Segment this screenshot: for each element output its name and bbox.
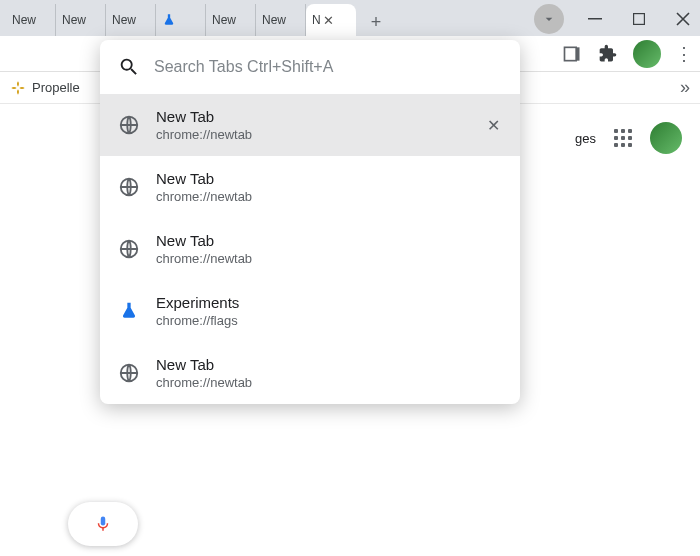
tab-search-item[interactable]: Experiments chrome://flags [100,280,520,342]
item-texts: New Tab chrome://newtab [156,170,502,204]
minimize-icon [588,12,602,26]
item-url: chrome://newtab [156,127,468,142]
tab-search-popup: New Tab chrome://newtab ✕ New Tab chrome… [100,40,520,404]
tab-search-row [100,40,520,94]
minimize-button[interactable] [582,6,608,32]
tab-label: N [312,13,321,27]
account-avatar[interactable] [650,122,682,154]
tab-search-list: New Tab chrome://newtab ✕ New Tab chrome… [100,94,520,404]
bookmark-label: Propelle [32,80,80,95]
kebab-menu-icon[interactable]: ⋮ [675,43,692,65]
svg-rect-3 [576,47,579,60]
item-url: chrome://newtab [156,375,502,390]
tab-label: New [112,13,136,27]
tab-label: New [62,13,86,27]
plus-icon: + [371,12,382,33]
svg-rect-0 [588,18,602,20]
flask-icon [118,300,140,322]
item-texts: Experiments chrome://flags [156,294,502,328]
apps-grid-icon[interactable] [614,129,632,147]
tab-5[interactable]: New [256,4,306,36]
reading-list-icon[interactable] [561,43,583,65]
item-url: chrome://newtab [156,251,502,266]
globe-icon [118,114,140,136]
tab-search-item[interactable]: New Tab chrome://newtab [100,156,520,218]
item-texts: New Tab chrome://newtab [156,232,502,266]
item-url: chrome://newtab [156,189,502,204]
globe-icon [118,238,140,260]
tab-0[interactable]: New [6,4,56,36]
tab-2[interactable]: New [106,4,156,36]
item-title: New Tab [156,232,502,249]
tab-search-input[interactable] [154,58,502,76]
item-title: New Tab [156,356,502,373]
close-icon[interactable]: ✕ [323,13,334,28]
window-controls [534,4,696,34]
profile-avatar[interactable] [633,40,661,68]
globe-icon [118,362,140,384]
close-icon [676,12,690,26]
close-window-button[interactable] [670,6,696,32]
tab-4[interactable]: New [206,4,256,36]
item-texts: New Tab chrome://newtab [156,356,502,390]
tab-search-item[interactable]: New Tab chrome://newtab [100,342,520,404]
svg-rect-1 [634,14,645,25]
item-title: Experiments [156,294,502,311]
item-title: New Tab [156,108,468,125]
bookmark-item[interactable]: Propelle [10,80,80,96]
tab-6-active[interactable]: N ✕ [306,4,356,36]
item-url: chrome://flags [156,313,502,328]
chevron-down-icon [541,11,557,27]
extensions-icon[interactable] [597,43,619,65]
item-title: New Tab [156,170,502,187]
tab-label: New [212,13,236,27]
globe-icon [118,176,140,198]
tab-3[interactable] [156,4,206,36]
tab-search-item[interactable]: New Tab chrome://newtab ✕ [100,94,520,156]
maximize-icon [633,13,645,25]
close-tab-icon[interactable]: ✕ [484,116,502,134]
tab-label: New [12,13,36,27]
tab-strip: New New New New New N ✕ + [0,2,390,36]
tab-label: New [262,13,286,27]
tab-1[interactable]: New [56,4,106,36]
tab-search-chevron[interactable] [534,4,564,34]
bookmark-overflow-icon[interactable]: » [680,77,690,98]
search-icon [118,56,140,78]
ntp-topright: ges [575,122,682,154]
propeller-icon [10,80,26,96]
images-link[interactable]: ges [575,131,596,146]
tab-search-item[interactable]: New Tab chrome://newtab [100,218,520,280]
svg-rect-2 [565,47,577,60]
maximize-button[interactable] [626,6,652,32]
item-texts: New Tab chrome://newtab [156,108,468,142]
new-tab-button[interactable]: + [362,8,390,36]
titlebar: New New New New New N ✕ + [0,0,700,36]
mic-icon [94,515,112,533]
flask-icon [162,13,176,27]
google-search-box[interactable] [68,502,138,546]
